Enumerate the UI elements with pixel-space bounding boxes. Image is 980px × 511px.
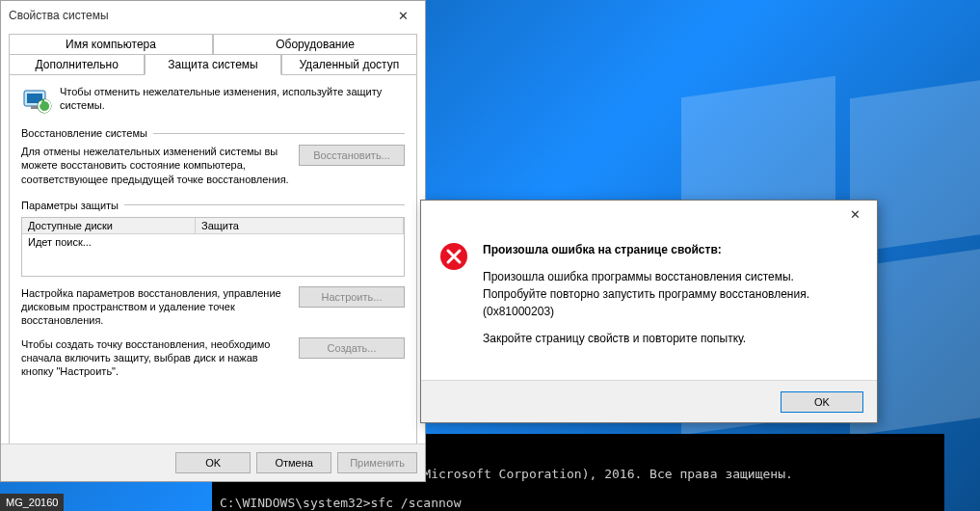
system-properties-titlebar[interactable]: Свойства системы ✕ [1,1,425,30]
table-searching-text: Идет поиск... [22,234,404,250]
error-titlebar[interactable]: ✕ [421,201,877,228]
tab-hardware[interactable]: Оборудование [213,34,417,54]
error-icon [438,241,469,272]
taskbar-thumbnail-label[interactable]: MG_20160 [0,494,64,511]
tab-remote[interactable]: Удаленный доступ [281,54,417,75]
error-heading: Произошла ошибка на странице свойств: [483,241,860,258]
configure-description: Настройка параметров восстановления, упр… [21,286,289,328]
ok-button[interactable]: OK [175,452,251,473]
dialog-footer: OK Отмена Применить [1,444,425,481]
intro-text: Чтобы отменить нежелательные изменения, … [60,85,405,116]
create-button[interactable]: Создать... [299,337,405,359]
close-button[interactable]: ✕ [381,1,425,30]
window-title: Свойства системы [9,9,381,22]
restore-button[interactable]: Восстановить... [299,145,405,166]
close-icon: ✕ [398,9,409,23]
create-description: Чтобы создать точку восстановления, необ… [21,337,289,379]
console-line-prompt: C:\WINDOWS\system32>sfc /scannow [220,496,461,510]
configure-button[interactable]: Настроить... [299,286,405,308]
error-body1: Произошла ошибка программы восстановлени… [483,268,860,320]
cancel-button[interactable]: Отмена [256,452,331,473]
error-body2: Закройте страницу свойств и повторите по… [483,330,860,347]
divider [153,133,405,134]
apply-button[interactable]: Применить [337,452,417,473]
section-restore-label: Восстановление системы [21,127,147,139]
tab-computer-name[interactable]: Имя компьютера [9,34,213,54]
error-dialog: ✕ Произошла ошибка на странице свойств: … [420,200,878,423]
section-params-label: Параметры защиты [21,200,119,211]
restore-description: Для отмены нежелательных изменений систе… [21,145,289,186]
column-protection[interactable]: Защита [196,218,404,233]
tab-panel-system-protection: Чтобы отменить нежелательные изменения, … [9,74,417,452]
error-close-button[interactable]: ✕ [833,200,877,229]
column-disks[interactable]: Доступные диски [22,218,196,233]
system-properties-window: Свойства системы ✕ Имя компьютера Оборуд… [0,0,426,482]
tab-advanced[interactable]: Дополнительно [9,54,145,75]
tab-system-protection[interactable]: Защита системы [145,54,280,75]
close-icon: ✕ [850,207,861,222]
error-ok-button[interactable]: OK [781,391,863,413]
divider [124,204,405,205]
system-protection-icon [21,85,52,116]
protection-disks-table[interactable]: Доступные диски Защита Идет поиск... [21,217,405,277]
